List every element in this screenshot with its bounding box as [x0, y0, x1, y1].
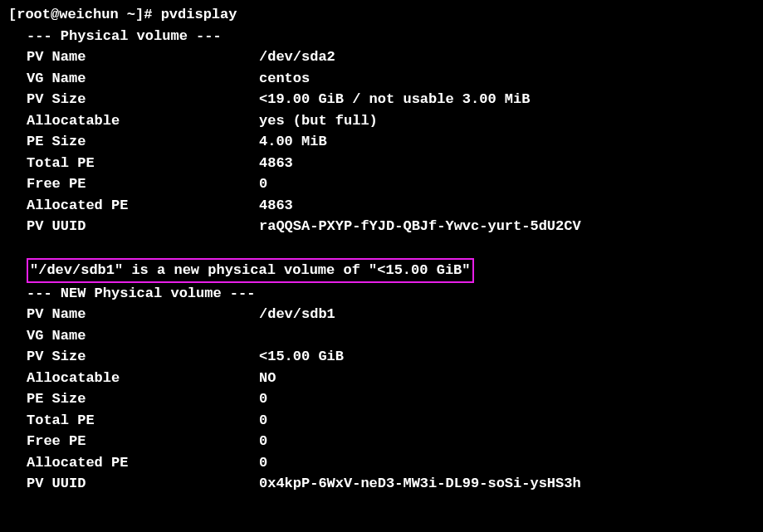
field-row: VG Name	[8, 325, 755, 347]
field-value: raQQSA-PXYP-fYJD-QBJf-Ywvc-yurt-5dU2CV	[259, 216, 755, 237]
field-value: <19.00 GiB / not usable 3.00 MiB	[259, 89, 755, 110]
field-value: /dev/sda2	[259, 46, 755, 68]
field-row: VG Namecentos	[8, 68, 755, 90]
field-value: yes (but full)	[259, 110, 755, 132]
field-label: VG Name	[8, 68, 259, 90]
field-value: /dev/sdb1	[259, 304, 755, 325]
field-label: VG Name	[8, 325, 259, 347]
terminal-line: [root@weichun ~]# pvdisplay	[8, 4, 755, 26]
field-row: PV Name/dev/sdb1	[8, 304, 755, 325]
blank-line	[8, 237, 755, 259]
field-label: Total PE	[8, 153, 259, 174]
field-value: 0x4kpP-6WxV-neD3-MW3i-DL99-soSi-ysHS3h	[259, 473, 755, 495]
field-row: PV UUID0x4kpP-6WxV-neD3-MW3i-DL99-soSi-y…	[8, 473, 755, 495]
field-label: Allocatable	[8, 110, 259, 132]
field-row: PV Name/dev/sda2	[8, 46, 755, 68]
field-value: 0	[259, 431, 755, 452]
field-value: 4863	[259, 153, 755, 174]
field-row: PV Size<15.00 GiB	[8, 346, 755, 368]
field-row: Free PE0	[8, 173, 755, 195]
pv1-fields: PV Name/dev/sda2VG NamecentosPV Size<19.…	[8, 46, 755, 237]
field-row: Total PE4863	[8, 153, 755, 174]
field-value: centos	[259, 68, 755, 90]
field-label: PE Size	[8, 388, 259, 410]
field-value: NO	[259, 368, 755, 389]
field-label: PV Size	[8, 89, 259, 110]
pv-header: --- Physical volume ---	[8, 26, 755, 47]
field-row: Total PE0	[8, 410, 755, 432]
field-label: PV UUID	[8, 216, 259, 237]
field-label: PV Name	[8, 46, 259, 68]
field-row: Allocated PE4863	[8, 195, 755, 217]
field-label: PE Size	[8, 131, 259, 153]
field-row: PV UUIDraQQSA-PXYP-fYJD-QBJf-Ywvc-yurt-5…	[8, 216, 755, 237]
field-row: Allocatableyes (but full)	[8, 110, 755, 132]
field-value: 4.00 MiB	[259, 131, 755, 153]
highlighted-message-line: "/dev/sdb1" is a new physical volume of …	[8, 258, 755, 283]
field-value: 4863	[259, 195, 755, 217]
field-row: Free PE0	[8, 431, 755, 452]
field-label: Allocated PE	[8, 195, 259, 217]
pv2-fields: PV Name/dev/sdb1VG NamePV Size<15.00 GiB…	[8, 304, 755, 495]
field-label: Allocatable	[8, 368, 259, 389]
field-label: Free PE	[8, 431, 259, 452]
field-label: PV Name	[8, 304, 259, 325]
shell-prompt: [root@weichun ~]#	[8, 7, 161, 22]
field-value	[259, 325, 755, 347]
field-value: 0	[259, 410, 755, 432]
field-label: Total PE	[8, 410, 259, 432]
field-value: 0	[259, 173, 755, 195]
field-label: PV Size	[8, 346, 259, 368]
field-row: PE Size0	[8, 388, 755, 410]
field-label: PV UUID	[8, 473, 259, 495]
field-row: PE Size4.00 MiB	[8, 131, 755, 153]
highlighted-message: "/dev/sdb1" is a new physical volume of …	[27, 258, 474, 283]
field-label: Free PE	[8, 173, 259, 195]
field-label: Allocated PE	[8, 452, 259, 474]
field-value: 0	[259, 452, 755, 474]
field-row: AllocatableNO	[8, 368, 755, 389]
field-value: 0	[259, 388, 755, 410]
command-text: pvdisplay	[161, 7, 237, 22]
pv-header-new: --- NEW Physical volume ---	[8, 283, 755, 305]
field-row: PV Size<19.00 GiB / not usable 3.00 MiB	[8, 89, 755, 110]
field-row: Allocated PE0	[8, 452, 755, 474]
field-value: <15.00 GiB	[259, 346, 755, 368]
